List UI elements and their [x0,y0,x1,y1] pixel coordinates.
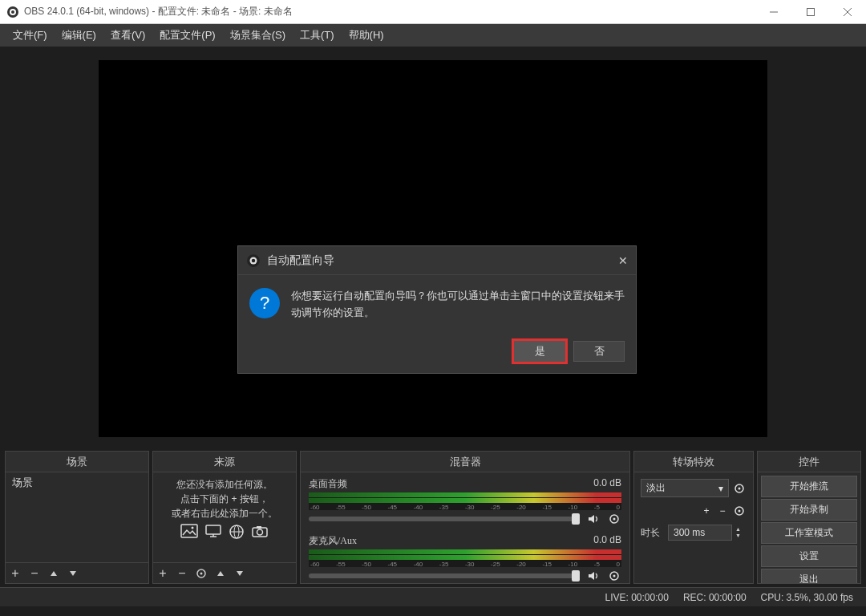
svg-point-30 [252,258,256,262]
svg-point-21 [613,518,616,521]
source-properties-button[interactable] [192,564,211,583]
window-maximize-button[interactable] [792,0,829,24]
dialog-title: 自动配置向导 [267,253,334,268]
transition-properties-button[interactable] [732,504,747,518]
exit-button[interactable]: 退出 [761,569,857,583]
menu-profile[interactable]: 配置文件(P) [153,25,221,46]
menu-tools[interactable]: 工具(T) [293,25,341,46]
dialog-yes-button[interactable]: 是 [514,341,565,362]
svg-point-25 [739,487,741,489]
duration-label: 时长 [641,526,665,540]
status-rec: REC: 00:00:00 [683,592,747,603]
controls-panel: 控件 开始推流开始录制工作室模式设置退出 [757,451,861,584]
scene-remove-button[interactable]: − [25,564,44,583]
menu-help[interactable]: 帮助(H) [342,25,391,46]
scene-list-item[interactable]: 场景 [6,472,148,493]
svg-point-8 [192,527,194,529]
gear-icon[interactable] [607,512,621,526]
source-remove-button[interactable]: − [172,564,192,583]
menu-view[interactable]: 查看(V) [104,25,152,46]
svg-rect-17 [257,526,261,529]
display-icon [204,524,222,540]
menu-edit[interactable]: 编辑(E) [55,25,103,46]
question-icon: ? [249,288,280,318]
source-moveup-button[interactable] [211,564,230,583]
transition-select[interactable]: 淡出 ▾ [641,479,729,497]
dialog-close-button[interactable]: ✕ [618,254,628,267]
menubar: 文件(F) 编辑(E) 查看(V) 配置文件(P) 场景集合(S) 工具(T) … [0,24,866,47]
sources-header: 来源 [153,452,296,472]
svg-rect-7 [181,525,197,537]
sources-empty-message: 您还没有添加任何源。 点击下面的 + 按钮， 或者右击此处添加一个。 [153,472,296,545]
auto-config-dialog: 自动配置向导 ✕ ? 你想要运行自动配置向导吗？你也可以通过单击主窗口中的设置按… [237,245,637,374]
start-recording-button[interactable]: 开始录制 [761,499,857,521]
globe-icon [229,524,245,540]
source-add-button[interactable]: + [153,564,172,583]
transitions-header: 转场特效 [634,452,753,472]
speaker-icon[interactable] [586,512,601,526]
transition-settings-button[interactable] [732,481,747,496]
status-cpu: CPU: 3.5%, 30.00 fps [761,592,853,603]
volume-slider[interactable] [309,517,580,521]
menu-file[interactable]: 文件(F) [6,25,54,46]
scene-movedown-button[interactable] [63,564,83,583]
svg-point-2 [11,10,14,14]
mixer-channel-name: 桌面音频 [309,477,347,491]
source-movedown-button[interactable] [230,564,249,583]
window-title: OBS 24.0.1 (64-bit, windows) - 配置文件: 未命名… [24,5,293,18]
dialog-message: 你想要运行自动配置向导吗？你也可以通过单击主窗口中的设置按钮来手动调节你的设置。 [291,288,625,322]
svg-point-19 [200,572,203,574]
status-live: LIVE: 00:00:00 [605,592,668,603]
scene-moveup-button[interactable] [44,564,63,583]
start-streaming-button[interactable]: 开始推流 [761,476,857,497]
scenes-header: 场景 [6,452,148,472]
svg-point-23 [613,575,616,578]
transition-remove-button[interactable]: − [716,505,729,517]
duration-down-button[interactable]: ▼ [735,533,741,539]
menu-scenecollection[interactable]: 场景集合(S) [224,25,292,46]
mixer-channel-name: 麦克风/Aux [309,534,357,548]
audio-meter: -60-55-50-45-40-35-30-25-20-15-10-50 [309,549,621,567]
volume-slider[interactable] [309,573,580,578]
studio-mode-button[interactable]: 工作室模式 [761,522,857,544]
camera-icon [251,524,269,540]
statusbar: LIVE: 00:00:00 REC: 00:00:00 CPU: 3.5%, … [0,587,866,606]
gear-icon[interactable] [607,569,621,583]
scene-add-button[interactable]: + [6,564,25,583]
transition-add-button[interactable]: + [700,505,713,517]
speaker-icon[interactable] [586,569,601,583]
mixer-channel: 桌面音频0.0 dB -60-55-50-45-40-35-30-25-20-1… [309,477,621,526]
svg-point-16 [257,529,263,535]
audio-meter: -60-55-50-45-40-35-30-25-20-15-10-50 [309,492,621,510]
obs-logo-icon [6,6,19,18]
svg-rect-9 [206,525,221,534]
obs-logo-icon [246,253,261,268]
chevron-down-icon: ▾ [718,483,723,494]
window-close-button[interactable] [829,0,866,24]
transitions-panel: 转场特效 淡出 ▾ + − 时长 300 ms ▲ ▼ [633,451,754,584]
sources-panel: 来源 您还没有添加任何源。 点击下面的 + 按钮， 或者右击此处添加一个。 + … [152,451,297,584]
mixer-channel-level: 0.0 dB [593,534,621,548]
svg-point-27 [739,510,741,513]
window-titlebar: OBS 24.0.1 (64-bit, windows) - 配置文件: 未命名… [0,0,866,24]
settings-button[interactable]: 设置 [761,545,857,567]
scenes-panel: 场景 场景 + − [5,451,149,584]
mixer-panel: 混音器 桌面音频0.0 dB -60-55-50-45-40-35-30-25-… [300,451,630,584]
svg-rect-4 [807,8,815,15]
image-icon [180,524,198,540]
controls-header: 控件 [758,452,860,472]
dialog-no-button[interactable]: 否 [573,341,625,362]
mixer-header: 混音器 [301,452,629,472]
window-minimize-button[interactable] [755,0,792,24]
mixer-channel-level: 0.0 dB [593,477,621,491]
duration-input[interactable]: 300 ms [668,525,732,541]
mixer-channel: 麦克风/Aux0.0 dB -60-55-50-45-40-35-30-25-2… [309,534,621,583]
duration-up-button[interactable]: ▲ [735,526,741,533]
